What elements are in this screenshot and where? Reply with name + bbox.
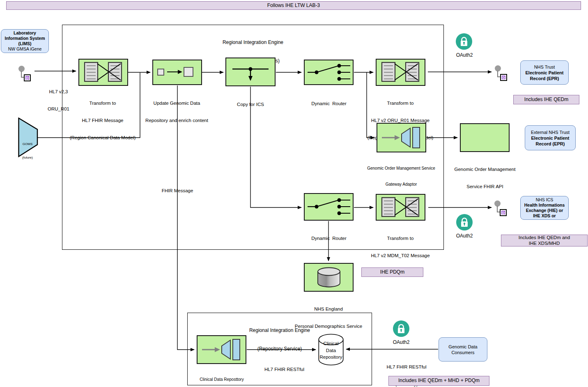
label-line: HL7 v2 ORU_R01 Message — [359, 117, 441, 123]
label-line: Gateway Adaptor — [362, 182, 440, 187]
card-line: Electronic Patient — [526, 70, 564, 76]
lims-line: Laboratory — [14, 30, 36, 36]
note-text: Includes IHE QEDm — [524, 97, 568, 103]
edge-label-fhir-message: FHIR Message — [157, 176, 198, 205]
oauth2-label: OAuth2 — [452, 52, 477, 58]
card-line: Health Informations — [524, 203, 565, 208]
goms-gateway-node[interactable] — [377, 123, 426, 152]
transform-mdm-label: Transform to HL7 v2 MDM_T02 Message or I… — [359, 224, 441, 287]
dynamic-router-node-2[interactable] — [304, 193, 354, 221]
label-line: Clinical Data Reposttory — [187, 377, 257, 382]
lims-line: (LIMS) — [18, 41, 31, 46]
edge-label-line: FHIR Message — [157, 188, 198, 194]
label-line: Service FHIR API — [450, 184, 520, 189]
dynamic-router-label-2: Dynamic Router — [304, 224, 354, 253]
card-line: Exchange (HIE) or — [526, 208, 563, 213]
dynamic-router-node-1[interactable] — [304, 60, 354, 85]
card-line: Genomic Data — [448, 344, 477, 350]
edge-label-line: HL7 FHIR RESTful — [380, 364, 433, 370]
oauth2-label: OAuth2 — [452, 233, 477, 239]
cdr-gateway-node[interactable] — [197, 335, 246, 364]
endpoint-nhs-trust-icon[interactable]: D — [495, 65, 509, 83]
card-line: External NHS Trust — [531, 129, 570, 135]
label-line: NHS England — [283, 306, 374, 312]
update-genomic-node[interactable] — [152, 60, 202, 85]
label-line: Update Genomic Data — [141, 100, 213, 106]
edge-label-restful-left: HL7 FHIR RESTful — [255, 355, 314, 384]
label-line: Dynamic Router — [304, 101, 354, 106]
lims-line: NW GMSA iGene — [8, 46, 42, 52]
nhs-ics-card[interactable]: NHS ICS Health Informations Exchange (HI… — [520, 196, 569, 220]
label-line: HL7 v2 MDM_T02 Message — [359, 253, 441, 258]
oauth2-label: OAuth2 — [388, 339, 414, 345]
label-line: Genomic Order Management — [450, 166, 520, 172]
router-icon — [305, 61, 352, 84]
label-line: Clinical — [318, 340, 344, 347]
label-line: Repository — [318, 354, 344, 361]
note-text: IHE PDQm — [380, 270, 404, 275]
card-line: Electronic Patient — [531, 135, 570, 141]
endpoint-d-badge: D — [24, 74, 31, 81]
pdqm-note: IHE PDQm — [361, 267, 423, 277]
transform-oru-node[interactable] — [376, 59, 425, 86]
wire-tap-icon — [227, 59, 274, 85]
dynamic-router-label-1: Dynamic Router — [304, 89, 354, 118]
nhs-trust-epr-card[interactable]: NHS Trust Electronic Patient Record (EPR… — [520, 60, 569, 85]
goms-label: GOMS (future) — [18, 133, 37, 169]
oauth2-badge-icon[interactable] — [456, 214, 473, 231]
transform-fhir-node[interactable] — [78, 59, 128, 86]
label-line: Dynamic Router — [304, 235, 354, 241]
transform-icon — [377, 195, 424, 219]
card-line: NHS Trust — [534, 64, 555, 70]
qedm-mhd-pdqm-note: Includes IHE QEDm + MHD + PDQm — [388, 376, 489, 386]
card-line: Record (EPR) — [530, 76, 559, 81]
label-line: (future) — [18, 155, 37, 160]
transform-icon — [80, 60, 127, 85]
pds-node[interactable] — [304, 263, 354, 292]
endpoint-lims-icon[interactable]: D — [18, 66, 32, 84]
label-line: GOMS — [18, 142, 37, 146]
update-genomic-label: Update Genomic Data Repository and enric… — [141, 89, 213, 135]
banner-text: Follows IHE LTW LAB-3 — [267, 3, 320, 9]
lims-line: Information System — [5, 36, 45, 41]
router-icon — [305, 194, 352, 219]
card-line: Record (EPR) — [536, 141, 565, 147]
label-line: Transform to — [62, 100, 144, 106]
endpoint-d-badge: D — [500, 74, 507, 81]
esb-title-line: Regional Integration Engine — [62, 39, 444, 46]
content-enricher-icon — [154, 61, 201, 84]
cdr-label: Clinical Data Repository — [318, 340, 344, 361]
note-text: Includes IHE QEDm and — [519, 235, 570, 241]
note-text: IHE XDS/MHD — [529, 241, 560, 246]
consumers-card[interactable]: Genomic Data Consumers — [439, 337, 487, 362]
oauth2-badge-icon[interactable] — [393, 320, 410, 337]
qedm-note: Includes IHE QEDm — [513, 95, 579, 104]
transform-icon — [377, 60, 424, 85]
transform-fhir-label: Transform to HL7 FHIR Message (Region Ca… — [62, 89, 144, 152]
label-line: Transform to — [359, 100, 441, 106]
diagram-canvas: Follows IHE LTW LAB-3 Regional Integrati… — [0, 0, 588, 387]
endpoint-nhs-ics-icon[interactable]: D — [494, 200, 508, 219]
oauth2-badge-icon[interactable] — [455, 33, 473, 50]
gateway-icon — [198, 336, 245, 363]
endpoint-d-badge: D — [500, 209, 507, 216]
banner-note: Follows IHE LTW LAB-3 — [6, 1, 581, 10]
label-line: HL7 FHIR Message — [62, 117, 144, 123]
database-cylinder-icon — [305, 264, 352, 290]
lims-card[interactable]: Laboratory Information System (LIMS) NW … — [1, 29, 49, 53]
copy-ics-node[interactable] — [225, 58, 276, 86]
label-line: Data — [318, 347, 344, 354]
qedm-xds-note: Includes IHE QEDm and IHE XDS/MHD — [501, 235, 588, 246]
note-text: Includes IHE QEDm + MHD + PDQm — [398, 378, 480, 384]
goms-api-node[interactable] — [460, 123, 510, 152]
label-line: (Region Canonical Data Model) — [62, 135, 144, 141]
label-line: Repository and enrich content — [141, 117, 213, 123]
label-line: Genomic Order Management Service — [362, 166, 440, 171]
label-line: Personal Demographics Service — [283, 323, 374, 329]
external-epr-card[interactable]: External NHS Trust Electronic Patient Re… — [525, 125, 576, 150]
transform-mdm-node[interactable] — [376, 194, 425, 221]
cdr-gateway-label: Clinical Data Reposttory Gateway Adaptor — [187, 366, 257, 387]
copy-ics-label: Copy for ICS — [226, 90, 275, 119]
label-line: Transform to — [359, 235, 441, 241]
card-line: Consumers — [451, 350, 474, 355]
